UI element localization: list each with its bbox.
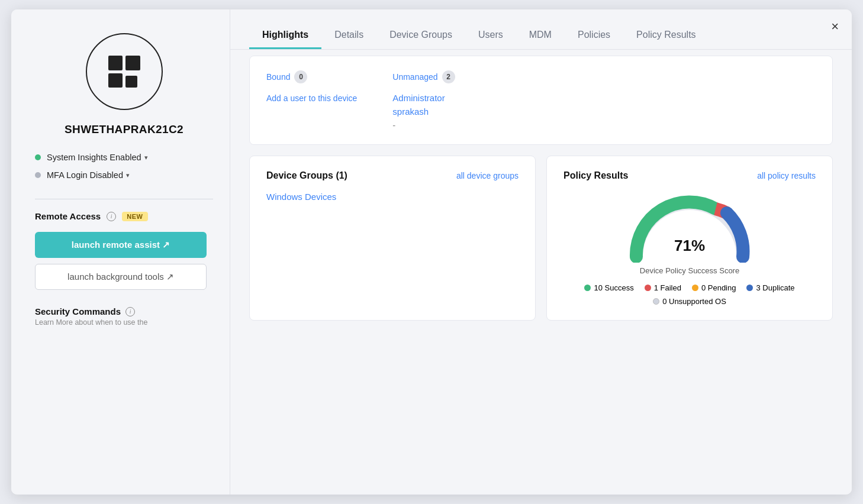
legend-failed: 1 Failed	[645, 283, 681, 292]
launch-remote-assist-button[interactable]: launch remote assist ↗	[35, 232, 207, 258]
sidebar: SHWETHAPRAK21C2 System Insights Enabled …	[11, 9, 230, 495]
legend-duplicate: 3 Duplicate	[746, 283, 794, 292]
remote-access-info-icon[interactable]: i	[107, 212, 116, 221]
unmanaged-users-col: Unmanaged 2 Administrator sprakash -	[392, 70, 455, 130]
windows-logo-icon	[108, 56, 140, 88]
security-commands-section: Security Commands i Learn More about whe…	[35, 306, 213, 327]
mfa-login-label: MFA Login Disabled ▾	[47, 170, 130, 180]
all-device-groups-link[interactable]: all device groups	[456, 171, 519, 180]
legend-pending: 0 Pending	[692, 283, 736, 292]
launch-background-tools-button[interactable]: launch background tools ↗	[35, 264, 207, 290]
mfa-login-dot	[35, 172, 41, 178]
system-insights-label: System Insights Enabled ▾	[47, 153, 148, 162]
new-badge: NEW	[122, 212, 147, 221]
bound-count-badge: 0	[294, 70, 307, 83]
bound-users-col: Bound 0 Add a user to this device	[266, 70, 357, 130]
close-button[interactable]: ×	[831, 20, 839, 33]
tab-policy-results[interactable]: Policy Results	[623, 21, 709, 49]
policy-results-card: Policy Results all policy results	[546, 156, 833, 321]
gauge-chart: 71%	[624, 192, 755, 263]
policy-results-card-header: Policy Results all policy results	[563, 170, 816, 181]
all-policy-results-link[interactable]: all policy results	[757, 171, 816, 180]
gauge-label: Device Policy Success Score	[640, 266, 739, 275]
security-commands-learn-more: Learn More about when to use the	[35, 318, 213, 327]
device-modal: × SHWETHAPRAK21C2 System Insights Enable…	[11, 9, 852, 495]
users-card: Bound 0 Add a user to this device Unmana…	[249, 56, 833, 145]
legend-dot-unsupported-os	[653, 298, 659, 305]
legend-dot-duplicate	[746, 285, 753, 291]
windows-devices-item[interactable]: Windows Devices	[266, 192, 519, 202]
content-area: Bound 0 Add a user to this device Unmana…	[230, 50, 852, 495]
device-groups-card: Device Groups (1) all device groups Wind…	[249, 156, 536, 321]
main-content: Highlights Details Device Groups Users M…	[230, 9, 852, 495]
legend-dot-pending	[692, 285, 698, 291]
add-user-link[interactable]: Add a user to this device	[266, 93, 357, 103]
cards-row: Device Groups (1) all device groups Wind…	[249, 156, 833, 321]
device-groups-card-header: Device Groups (1) all device groups	[266, 170, 519, 181]
system-insights-row[interactable]: System Insights Enabled ▾	[35, 153, 213, 162]
device-name: SHWETHAPRAK21C2	[65, 123, 183, 136]
tab-users[interactable]: Users	[465, 21, 516, 49]
bound-label: Bound 0	[266, 70, 357, 83]
users-row: Bound 0 Add a user to this device Unmana…	[266, 70, 816, 130]
tab-mdm[interactable]: MDM	[516, 21, 565, 49]
user-dash: -	[392, 120, 455, 130]
tab-policies[interactable]: Policies	[565, 21, 623, 49]
system-insights-chevron: ▾	[144, 154, 148, 161]
tab-highlights[interactable]: Highlights	[249, 21, 321, 49]
security-commands-title: Security Commands	[35, 306, 121, 316]
policy-results-card-title: Policy Results	[563, 170, 628, 181]
mfa-login-chevron: ▾	[126, 172, 130, 179]
gauge-legend: 10 Success 1 Failed 0 Pending	[563, 283, 816, 306]
gauge-container: 71% Device Policy Success Score 10 Succe…	[563, 192, 816, 306]
user-administrator[interactable]: Administrator	[392, 93, 455, 103]
legend-unsupported-os: 0 Unsupported OS	[653, 297, 726, 306]
tabs-bar: Highlights Details Device Groups Users M…	[230, 21, 852, 50]
sidebar-divider-1	[35, 199, 213, 199]
security-commands-info-icon[interactable]: i	[125, 307, 135, 316]
system-insights-dot	[35, 154, 41, 160]
legend-success: 10 Success	[584, 283, 633, 292]
user-sprakash[interactable]: sprakash	[392, 106, 455, 117]
legend-dot-success	[584, 285, 591, 291]
svg-text:71%: 71%	[674, 237, 705, 254]
tab-device-groups[interactable]: Device Groups	[376, 21, 465, 49]
legend-dot-failed	[645, 285, 651, 291]
tab-details[interactable]: Details	[321, 21, 376, 49]
device-icon	[86, 33, 163, 110]
mfa-login-row[interactable]: MFA Login Disabled ▾	[35, 170, 213, 180]
unmanaged-count-badge: 2	[442, 70, 455, 83]
device-groups-card-title: Device Groups (1)	[266, 170, 347, 181]
remote-access-title: Remote Access	[35, 211, 101, 221]
security-commands-header: Security Commands i	[35, 306, 213, 316]
unmanaged-label: Unmanaged 2	[392, 70, 455, 83]
remote-access-header: Remote Access i NEW	[35, 211, 148, 221]
